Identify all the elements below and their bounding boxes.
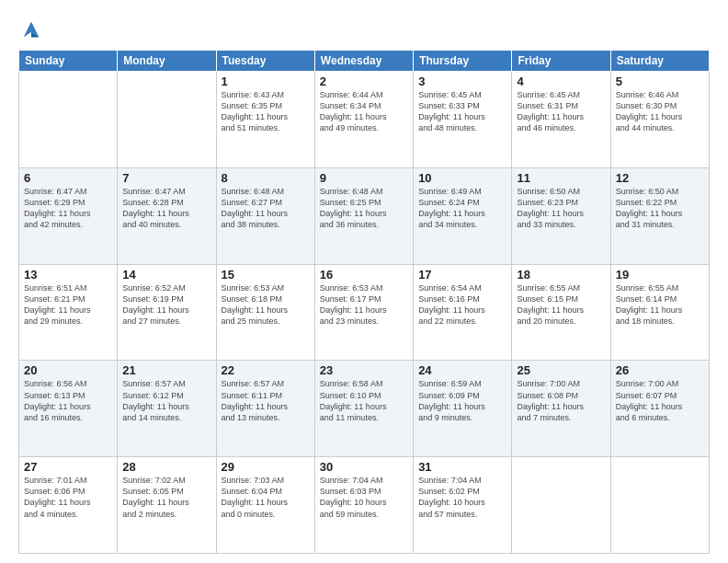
day-cell: 24Sunrise: 6:59 AM Sunset: 6:09 PM Dayli… — [414, 361, 512, 457]
day-info: Sunrise: 6:45 AM Sunset: 6:31 PM Dayligh… — [517, 89, 605, 134]
day-info: Sunrise: 6:50 AM Sunset: 6:22 PM Dayligh… — [616, 186, 704, 231]
header-row: SundayMondayTuesdayWednesdayThursdayFrid… — [19, 51, 710, 72]
day-info: Sunrise: 6:55 AM Sunset: 6:15 PM Dayligh… — [517, 282, 605, 327]
day-cell: 10Sunrise: 6:49 AM Sunset: 6:24 PM Dayli… — [414, 167, 512, 264]
header-cell-thursday: Thursday — [414, 51, 512, 72]
page: SundayMondayTuesdayWednesdayThursdayFrid… — [0, 0, 728, 563]
day-cell: 26Sunrise: 7:00 AM Sunset: 6:07 PM Dayli… — [610, 361, 709, 457]
day-info: Sunrise: 7:04 AM Sunset: 6:02 PM Dayligh… — [418, 475, 506, 520]
week-row-3: 13Sunrise: 6:51 AM Sunset: 6:21 PM Dayli… — [19, 264, 710, 361]
day-info: Sunrise: 6:52 AM Sunset: 6:19 PM Dayligh… — [122, 282, 210, 327]
day-cell: 7Sunrise: 6:47 AM Sunset: 6:28 PM Daylig… — [118, 167, 216, 264]
day-number: 9 — [320, 171, 408, 185]
day-info: Sunrise: 7:00 AM Sunset: 6:07 PM Dayligh… — [616, 378, 704, 423]
day-info: Sunrise: 6:50 AM Sunset: 6:23 PM Dayligh… — [517, 186, 605, 231]
day-cell: 19Sunrise: 6:55 AM Sunset: 6:14 PM Dayli… — [610, 264, 709, 361]
day-cell: 6Sunrise: 6:47 AM Sunset: 6:29 PM Daylig… — [19, 167, 118, 264]
day-number: 24 — [418, 363, 506, 377]
day-cell: 18Sunrise: 6:55 AM Sunset: 6:15 PM Dayli… — [512, 264, 610, 361]
day-number: 12 — [616, 171, 704, 185]
week-row-2: 6Sunrise: 6:47 AM Sunset: 6:29 PM Daylig… — [19, 167, 710, 264]
day-info: Sunrise: 6:53 AM Sunset: 6:18 PM Dayligh… — [222, 282, 310, 327]
day-number: 7 — [122, 171, 210, 185]
day-cell: 22Sunrise: 6:57 AM Sunset: 6:11 PM Dayli… — [216, 361, 314, 457]
day-number: 31 — [418, 460, 506, 474]
day-number: 5 — [616, 75, 704, 88]
day-cell: 3Sunrise: 6:45 AM Sunset: 6:33 PM Daylig… — [414, 72, 512, 168]
day-cell: 28Sunrise: 7:02 AM Sunset: 6:05 PM Dayli… — [118, 457, 216, 554]
day-cell: 30Sunrise: 7:04 AM Sunset: 6:03 PM Dayli… — [314, 457, 413, 554]
day-info: Sunrise: 6:45 AM Sunset: 6:33 PM Dayligh… — [418, 89, 506, 134]
day-cell — [512, 457, 610, 554]
day-info: Sunrise: 6:58 AM Sunset: 6:10 PM Dayligh… — [320, 378, 408, 423]
day-number: 11 — [517, 171, 605, 185]
day-cell: 15Sunrise: 6:53 AM Sunset: 6:18 PM Dayli… — [216, 264, 314, 361]
day-number: 17 — [418, 268, 506, 282]
week-row-5: 27Sunrise: 7:01 AM Sunset: 6:06 PM Dayli… — [19, 457, 710, 554]
day-number: 23 — [320, 363, 408, 377]
day-number: 14 — [122, 268, 210, 282]
header — [18, 17, 710, 42]
day-cell: 25Sunrise: 7:00 AM Sunset: 6:08 PM Dayli… — [512, 361, 610, 457]
calendar: SundayMondayTuesdayWednesdayThursdayFrid… — [18, 50, 710, 554]
day-cell: 23Sunrise: 6:58 AM Sunset: 6:10 PM Dayli… — [314, 361, 413, 457]
day-cell: 21Sunrise: 6:57 AM Sunset: 6:12 PM Dayli… — [118, 361, 216, 457]
day-info: Sunrise: 6:57 AM Sunset: 6:11 PM Dayligh… — [222, 378, 310, 423]
day-cell: 16Sunrise: 6:53 AM Sunset: 6:17 PM Dayli… — [314, 264, 413, 361]
day-info: Sunrise: 6:59 AM Sunset: 6:09 PM Dayligh… — [418, 378, 506, 423]
day-cell: 29Sunrise: 7:03 AM Sunset: 6:04 PM Dayli… — [216, 457, 314, 554]
day-info: Sunrise: 6:56 AM Sunset: 6:13 PM Dayligh… — [24, 378, 112, 423]
header-cell-tuesday: Tuesday — [216, 51, 314, 72]
day-info: Sunrise: 6:53 AM Sunset: 6:17 PM Dayligh… — [320, 282, 408, 327]
day-info: Sunrise: 6:47 AM Sunset: 6:29 PM Dayligh… — [24, 186, 112, 231]
day-number: 27 — [24, 460, 112, 474]
day-info: Sunrise: 6:46 AM Sunset: 6:30 PM Dayligh… — [616, 89, 704, 134]
day-number: 29 — [222, 460, 310, 474]
day-cell: 4Sunrise: 6:45 AM Sunset: 6:31 PM Daylig… — [512, 72, 610, 168]
header-cell-saturday: Saturday — [610, 51, 709, 72]
day-number: 4 — [517, 75, 605, 88]
day-number: 6 — [24, 171, 112, 185]
day-cell — [19, 72, 118, 168]
day-cell: 5Sunrise: 6:46 AM Sunset: 6:30 PM Daylig… — [610, 72, 709, 168]
day-cell: 12Sunrise: 6:50 AM Sunset: 6:22 PM Dayli… — [610, 167, 709, 264]
day-info: Sunrise: 6:43 AM Sunset: 6:35 PM Dayligh… — [222, 89, 310, 134]
day-cell: 1Sunrise: 6:43 AM Sunset: 6:35 PM Daylig… — [216, 72, 314, 168]
week-row-1: 1Sunrise: 6:43 AM Sunset: 6:35 PM Daylig… — [19, 72, 710, 168]
day-info: Sunrise: 7:02 AM Sunset: 6:05 PM Dayligh… — [122, 475, 210, 520]
day-number: 22 — [222, 363, 310, 377]
day-cell: 11Sunrise: 6:50 AM Sunset: 6:23 PM Dayli… — [512, 167, 610, 264]
week-row-4: 20Sunrise: 6:56 AM Sunset: 6:13 PM Dayli… — [19, 361, 710, 457]
day-info: Sunrise: 6:57 AM Sunset: 6:12 PM Dayligh… — [122, 378, 210, 423]
day-number: 15 — [222, 268, 310, 282]
day-info: Sunrise: 6:55 AM Sunset: 6:14 PM Dayligh… — [616, 282, 704, 327]
day-number: 3 — [418, 75, 506, 88]
logo — [18, 17, 48, 42]
day-cell: 9Sunrise: 6:48 AM Sunset: 6:25 PM Daylig… — [314, 167, 413, 264]
day-number: 28 — [122, 460, 210, 474]
day-info: Sunrise: 7:03 AM Sunset: 6:04 PM Dayligh… — [222, 475, 310, 520]
header-cell-wednesday: Wednesday — [314, 51, 413, 72]
day-number: 2 — [320, 75, 408, 88]
day-info: Sunrise: 6:49 AM Sunset: 6:24 PM Dayligh… — [418, 186, 506, 231]
day-number: 18 — [517, 268, 605, 282]
day-cell: 2Sunrise: 6:44 AM Sunset: 6:34 PM Daylig… — [314, 72, 413, 168]
day-number: 8 — [222, 171, 310, 185]
day-info: Sunrise: 6:47 AM Sunset: 6:28 PM Dayligh… — [122, 186, 210, 231]
day-cell: 14Sunrise: 6:52 AM Sunset: 6:19 PM Dayli… — [118, 264, 216, 361]
day-cell: 31Sunrise: 7:04 AM Sunset: 6:02 PM Dayli… — [414, 457, 512, 554]
day-cell: 13Sunrise: 6:51 AM Sunset: 6:21 PM Dayli… — [19, 264, 118, 361]
day-number: 30 — [320, 460, 408, 474]
header-cell-monday: Monday — [118, 51, 216, 72]
day-cell: 20Sunrise: 6:56 AM Sunset: 6:13 PM Dayli… — [19, 361, 118, 457]
header-cell-friday: Friday — [512, 51, 610, 72]
day-number: 21 — [122, 363, 210, 377]
day-info: Sunrise: 6:48 AM Sunset: 6:25 PM Dayligh… — [320, 186, 408, 231]
day-cell: 8Sunrise: 6:48 AM Sunset: 6:27 PM Daylig… — [216, 167, 314, 264]
day-info: Sunrise: 6:44 AM Sunset: 6:34 PM Dayligh… — [320, 89, 408, 134]
day-cell: 27Sunrise: 7:01 AM Sunset: 6:06 PM Dayli… — [19, 457, 118, 554]
day-info: Sunrise: 6:51 AM Sunset: 6:21 PM Dayligh… — [24, 282, 112, 327]
day-number: 19 — [616, 268, 704, 282]
day-info: Sunrise: 7:01 AM Sunset: 6:06 PM Dayligh… — [24, 475, 112, 520]
day-number: 10 — [418, 171, 506, 185]
